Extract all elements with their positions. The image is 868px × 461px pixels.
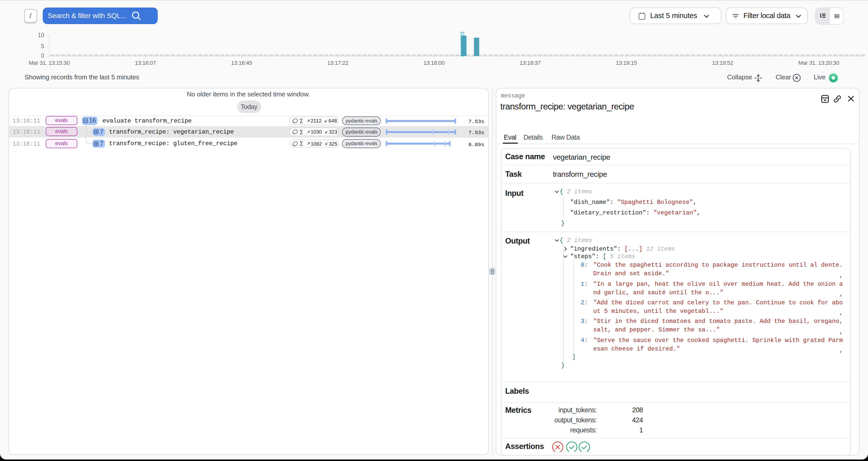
- svg-text:13:17:22: 13:17:22: [327, 60, 348, 66]
- svg-text:10: 10: [38, 32, 44, 38]
- svg-text:5: 5: [41, 43, 44, 50]
- svg-text:0: 0: [41, 53, 44, 59]
- svg-text:13:18:37: 13:18:37: [520, 60, 541, 66]
- svg-text:13:19:15: 13:19:15: [616, 60, 637, 66]
- svg-text:13:16:45: 13:16:45: [231, 60, 252, 66]
- svg-text:Mar 31. 13:15:30: Mar 31. 13:15:30: [29, 60, 70, 66]
- svg-text:13:18:00: 13:18:00: [424, 60, 444, 66]
- svg-text:Mar 31. 13:20:30: Mar 31. 13:20:30: [799, 60, 839, 66]
- svg-text:13:19:52: 13:19:52: [712, 60, 733, 66]
- svg-text:13:16:07: 13:16:07: [135, 60, 156, 66]
